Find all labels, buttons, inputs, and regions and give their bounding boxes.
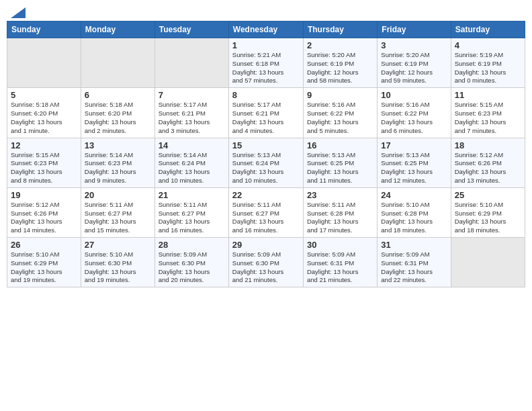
day-cell: 13Sunrise: 5:14 AMSunset: 6:23 PMDayligh… [81, 138, 154, 187]
day-cell: 3Sunrise: 5:20 AMSunset: 6:19 PMDaylight… [378, 38, 451, 88]
day-number: 30 [307, 240, 373, 250]
day-number: 6 [85, 90, 151, 100]
day-info: Sunrise: 5:09 AMSunset: 6:31 PMDaylight:… [307, 250, 373, 285]
day-cell: 21Sunrise: 5:11 AMSunset: 6:27 PMDayligh… [154, 187, 228, 237]
day-info: Sunrise: 5:09 AMSunset: 6:30 PMDaylight:… [159, 250, 225, 285]
day-cell: 28Sunrise: 5:09 AMSunset: 6:30 PMDayligh… [154, 238, 228, 287]
day-info: Sunrise: 5:16 AMSunset: 6:22 PMDaylight:… [381, 101, 447, 135]
day-number: 28 [159, 240, 225, 250]
day-number: 1 [232, 40, 300, 50]
header-row: SundayMondayTuesdayWednesdayThursdayFrid… [7, 21, 525, 38]
day-info: Sunrise: 5:12 AMSunset: 6:26 PMDaylight:… [455, 151, 521, 185]
day-number: 29 [232, 240, 300, 250]
day-info: Sunrise: 5:14 AMSunset: 6:24 PMDaylight:… [159, 151, 225, 185]
week-row-1: 1Sunrise: 5:21 AMSunset: 6:18 PMDaylight… [7, 38, 525, 88]
logo-icon [11, 7, 26, 18]
day-info: Sunrise: 5:20 AMSunset: 6:19 PMDaylight:… [381, 51, 447, 85]
day-number: 11 [455, 90, 521, 100]
day-cell: 30Sunrise: 5:09 AMSunset: 6:31 PMDayligh… [303, 238, 377, 287]
day-cell: 5Sunrise: 5:18 AMSunset: 6:20 PMDaylight… [7, 88, 81, 138]
day-info: Sunrise: 5:16 AMSunset: 6:22 PMDaylight:… [307, 101, 373, 135]
day-header-tuesday: Tuesday [154, 21, 228, 38]
day-info: Sunrise: 5:15 AMSunset: 6:23 PMDaylight:… [455, 101, 521, 135]
day-info: Sunrise: 5:19 AMSunset: 6:19 PMDaylight:… [455, 51, 521, 85]
day-number: 15 [232, 140, 300, 150]
day-cell: 24Sunrise: 5:10 AMSunset: 6:28 PMDayligh… [378, 187, 451, 237]
day-cell: 8Sunrise: 5:17 AMSunset: 6:21 PMDaylight… [228, 88, 303, 138]
day-number: 27 [85, 240, 151, 250]
day-cell [451, 238, 525, 287]
day-cell: 15Sunrise: 5:13 AMSunset: 6:24 PMDayligh… [228, 138, 303, 187]
day-info: Sunrise: 5:11 AMSunset: 6:27 PMDaylight:… [232, 201, 300, 235]
week-row-5: 26Sunrise: 5:10 AMSunset: 6:29 PMDayligh… [7, 238, 525, 287]
day-info: Sunrise: 5:14 AMSunset: 6:23 PMDaylight:… [85, 151, 151, 185]
svg-marker-0 [11, 7, 26, 18]
day-info: Sunrise: 5:09 AMSunset: 6:31 PMDaylight:… [381, 250, 447, 285]
day-info: Sunrise: 5:11 AMSunset: 6:27 PMDaylight:… [85, 201, 151, 235]
day-info: Sunrise: 5:13 AMSunset: 6:25 PMDaylight:… [307, 151, 373, 185]
logo [9, 7, 26, 18]
day-info: Sunrise: 5:13 AMSunset: 6:24 PMDaylight:… [232, 151, 300, 185]
day-info: Sunrise: 5:18 AMSunset: 6:20 PMDaylight:… [11, 101, 77, 135]
day-header-wednesday: Wednesday [228, 21, 303, 38]
day-cell: 22Sunrise: 5:11 AMSunset: 6:27 PMDayligh… [228, 187, 303, 237]
day-info: Sunrise: 5:13 AMSunset: 6:25 PMDaylight:… [381, 151, 447, 185]
day-number: 18 [455, 140, 521, 150]
day-info: Sunrise: 5:21 AMSunset: 6:18 PMDaylight:… [232, 51, 300, 85]
day-cell: 25Sunrise: 5:10 AMSunset: 6:29 PMDayligh… [451, 187, 525, 237]
day-number: 23 [307, 190, 373, 200]
day-cell: 23Sunrise: 5:11 AMSunset: 6:28 PMDayligh… [303, 187, 377, 237]
day-number: 3 [381, 40, 447, 50]
day-number: 8 [232, 90, 300, 100]
day-cell [154, 38, 228, 88]
day-cell: 29Sunrise: 5:09 AMSunset: 6:30 PMDayligh… [228, 238, 303, 287]
day-info: Sunrise: 5:17 AMSunset: 6:21 PMDaylight:… [159, 101, 225, 135]
day-number: 5 [11, 90, 77, 100]
day-number: 4 [455, 40, 521, 50]
day-info: Sunrise: 5:11 AMSunset: 6:27 PMDaylight:… [159, 201, 225, 235]
day-cell: 17Sunrise: 5:13 AMSunset: 6:25 PMDayligh… [378, 138, 451, 187]
day-number: 24 [381, 190, 447, 200]
day-cell: 9Sunrise: 5:16 AMSunset: 6:22 PMDaylight… [303, 88, 377, 138]
day-header-friday: Friday [378, 21, 451, 38]
day-cell: 20Sunrise: 5:11 AMSunset: 6:27 PMDayligh… [81, 187, 154, 237]
day-number: 21 [159, 190, 225, 200]
page-header [7, 7, 525, 18]
day-cell: 10Sunrise: 5:16 AMSunset: 6:22 PMDayligh… [378, 88, 451, 138]
day-cell: 18Sunrise: 5:12 AMSunset: 6:26 PMDayligh… [451, 138, 525, 187]
day-cell: 12Sunrise: 5:15 AMSunset: 6:23 PMDayligh… [7, 138, 81, 187]
calendar-table: SundayMondayTuesdayWednesdayThursdayFrid… [7, 21, 525, 287]
day-number: 2 [307, 40, 373, 50]
day-cell: 2Sunrise: 5:20 AMSunset: 6:19 PMDaylight… [303, 38, 377, 88]
day-cell: 31Sunrise: 5:09 AMSunset: 6:31 PMDayligh… [378, 238, 451, 287]
day-cell: 6Sunrise: 5:18 AMSunset: 6:20 PMDaylight… [81, 88, 154, 138]
day-cell: 7Sunrise: 5:17 AMSunset: 6:21 PMDaylight… [154, 88, 228, 138]
day-cell: 4Sunrise: 5:19 AMSunset: 6:19 PMDaylight… [451, 38, 525, 88]
day-cell: 14Sunrise: 5:14 AMSunset: 6:24 PMDayligh… [154, 138, 228, 187]
day-cell [7, 38, 81, 88]
day-number: 17 [381, 140, 447, 150]
week-row-2: 5Sunrise: 5:18 AMSunset: 6:20 PMDaylight… [7, 88, 525, 138]
day-cell: 19Sunrise: 5:12 AMSunset: 6:26 PMDayligh… [7, 187, 81, 237]
day-header-monday: Monday [81, 21, 154, 38]
day-info: Sunrise: 5:10 AMSunset: 6:28 PMDaylight:… [381, 201, 447, 235]
day-info: Sunrise: 5:17 AMSunset: 6:21 PMDaylight:… [232, 101, 300, 135]
day-number: 14 [159, 140, 225, 150]
day-number: 19 [11, 190, 77, 200]
week-row-3: 12Sunrise: 5:15 AMSunset: 6:23 PMDayligh… [7, 138, 525, 187]
day-number: 13 [85, 140, 151, 150]
day-cell: 27Sunrise: 5:10 AMSunset: 6:30 PMDayligh… [81, 238, 154, 287]
day-cell: 1Sunrise: 5:21 AMSunset: 6:18 PMDaylight… [228, 38, 303, 88]
day-number: 31 [381, 240, 447, 250]
day-info: Sunrise: 5:11 AMSunset: 6:28 PMDaylight:… [307, 201, 373, 235]
day-info: Sunrise: 5:15 AMSunset: 6:23 PMDaylight:… [11, 151, 77, 185]
day-info: Sunrise: 5:10 AMSunset: 6:29 PMDaylight:… [455, 201, 521, 235]
day-number: 26 [11, 240, 77, 250]
day-number: 22 [232, 190, 300, 200]
day-info: Sunrise: 5:20 AMSunset: 6:19 PMDaylight:… [307, 51, 373, 85]
day-cell: 11Sunrise: 5:15 AMSunset: 6:23 PMDayligh… [451, 88, 525, 138]
day-header-sunday: Sunday [7, 21, 81, 38]
day-number: 25 [455, 190, 521, 200]
day-info: Sunrise: 5:10 AMSunset: 6:29 PMDaylight:… [11, 250, 77, 285]
day-cell: 26Sunrise: 5:10 AMSunset: 6:29 PMDayligh… [7, 238, 81, 287]
